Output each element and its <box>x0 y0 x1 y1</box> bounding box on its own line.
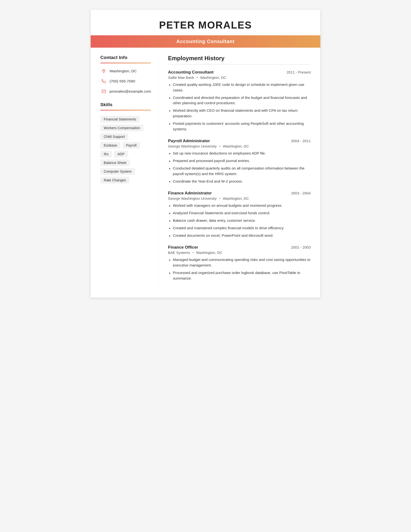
skill-tag: Essbase <box>100 142 120 149</box>
phone-icon <box>100 78 107 85</box>
contact-phone: (700) 555-7090 <box>100 78 151 85</box>
job-header: Payroll Administrator 2004 - 2011 <box>168 139 311 143</box>
bullet-item: Worked with managers on annual budgets a… <box>168 203 311 209</box>
bullet-item: Created and maintained complex financial… <box>168 225 311 231</box>
skills-tags-container: Financial Statements Workers Compensatio… <box>100 115 151 184</box>
company-location: Washington, DC <box>196 251 222 255</box>
job-title: Finance Officer <box>168 245 198 250</box>
job-finance-officer: Finance Officer 2001 - 2003 BAE Systems … <box>168 245 311 281</box>
sidebar: Contact Info Washington, DC (700) 5 <box>91 55 158 288</box>
bullet-item: Balance cash drawer, data entry, custome… <box>168 218 311 223</box>
job-dates: 2001 - 2003 <box>291 245 311 249</box>
skill-tag: Rate Changes <box>100 177 129 183</box>
job-title: Finance Administrator <box>168 191 212 196</box>
job-company: George Washington University • Washingto… <box>168 144 311 148</box>
bullet-item: Worked directly with CEO on financial st… <box>168 108 311 119</box>
bullet-item: Posted payments to customers' accounts u… <box>168 121 311 132</box>
skill-tag: ADP <box>114 151 128 157</box>
bullet-item: Created documents on excel, PowerPoint a… <box>168 233 311 238</box>
bullet-item: Prepared and processed payroll journal e… <box>168 158 311 164</box>
job-header: Finance Officer 2001 - 2003 <box>168 245 311 250</box>
skills-divider <box>100 110 151 111</box>
job-header: Finance Administrator 2003 - 2004 <box>168 191 311 196</box>
bullet-item: Set up new insurance deductions on emplo… <box>168 151 311 156</box>
job-bullets: Worked with managers on annual budgets a… <box>168 203 311 238</box>
job-dates: 2003 - 2004 <box>291 191 311 195</box>
email-icon <box>100 88 107 95</box>
skill-tag: Financial Statements <box>100 116 140 123</box>
location-text: Washington, DC <box>110 69 137 73</box>
job-title: Accounting Consultant <box>168 70 214 75</box>
resume-document: PETER MORALES Accounting Consultant Cont… <box>91 10 320 298</box>
bullet-item: Analyzed Financial Statements and exerci… <box>168 210 311 216</box>
contact-location: Washington, DC <box>100 68 151 75</box>
job-bullets: Set up new insurance deductions on emplo… <box>168 151 311 184</box>
job-finance-administrator: Finance Administrator 2003 - 2004 George… <box>168 191 311 238</box>
job-dates: 2011 - Present <box>287 70 311 74</box>
job-title: Payroll Administrator <box>168 139 210 143</box>
job-company: Sallie Mae Bank • Washington, DC <box>168 76 311 80</box>
bullet-item: Coordinate the Year-End and W-2 process. <box>168 179 311 184</box>
skill-tag: Ifrs <box>100 151 112 157</box>
skill-tag: Computer System <box>100 168 135 175</box>
title-bar: Accounting Consultant <box>91 35 320 48</box>
svg-point-0 <box>103 70 104 71</box>
contact-email: pmorales@example.com <box>100 88 151 95</box>
resume-body: Contact Info Washington, DC (700) 5 <box>91 48 320 298</box>
company-name: Sallie Mae Bank <box>168 76 194 80</box>
company-location: Washington, DC <box>223 197 249 200</box>
company-location: Washington, DC <box>200 76 226 80</box>
skill-tag: Child Support <box>100 133 128 140</box>
candidate-name: PETER MORALES <box>95 19 316 31</box>
contact-section-title: Contact Info <box>100 55 151 60</box>
skill-tag: Payroll <box>122 142 140 149</box>
employment-divider <box>168 64 311 65</box>
job-company: BAE Systems • Washington, DC <box>168 251 311 255</box>
skills-section-title: Skills <box>100 102 151 107</box>
contact-divider <box>100 63 151 63</box>
company-name: George Washington University <box>168 197 217 200</box>
job-bullets: Managed budget and communicating spendin… <box>168 257 311 281</box>
job-dates: 2004 - 2011 <box>291 139 311 143</box>
bullet-item: Processed and organized purchase order l… <box>168 270 311 281</box>
bullet-item: Managed budget and communicating spendin… <box>168 257 311 268</box>
skill-tag: Workers Compensation <box>100 124 143 131</box>
skills-section: Skills Financial Statements Workers Comp… <box>100 102 151 184</box>
job-header: Accounting Consultant 2011 - Present <box>168 70 311 75</box>
bullet-item: Conducted detailed quarterly audits on a… <box>168 166 311 177</box>
company-name: George Washington University <box>168 144 217 148</box>
job-company: George Washington University • Washingto… <box>168 197 311 200</box>
email-text: pmorales@example.com <box>110 89 151 94</box>
main-content: Employment History Accounting Consultant… <box>158 55 320 288</box>
bullet-item: Created quality working J2EE code to des… <box>168 82 311 93</box>
candidate-title: Accounting Consultant <box>177 39 235 44</box>
job-payroll-administrator: Payroll Administrator 2004 - 2011 George… <box>168 139 311 184</box>
company-location: Washington, DC <box>223 144 249 148</box>
employment-section-title: Employment History <box>168 55 311 62</box>
phone-text: (700) 555-7090 <box>110 79 135 83</box>
skill-tag: Balance Sheet <box>100 159 130 166</box>
job-bullets: Created quality working J2EE code to des… <box>168 82 311 132</box>
resume-header: PETER MORALES <box>91 10 320 31</box>
job-accounting-consultant: Accounting Consultant 2011 - Present Sal… <box>168 70 311 132</box>
company-name: BAE Systems <box>168 251 190 255</box>
location-icon <box>100 68 107 75</box>
bullet-item: Coordinated and directed the preparation… <box>168 95 311 106</box>
